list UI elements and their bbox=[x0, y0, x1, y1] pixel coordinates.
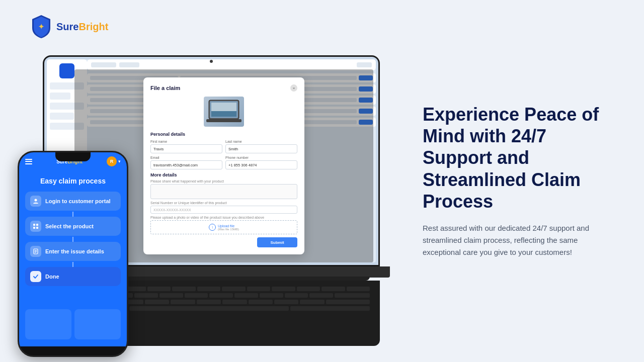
step-issue-details[interactable]: Enter the issue details bbox=[25, 242, 121, 261]
serial-input[interactable]: XXXXX-XXXXX-XXXXX bbox=[150, 206, 297, 214]
upload-subtext: (Max file 15MB) bbox=[218, 228, 239, 231]
phone-label: Phone number bbox=[225, 156, 297, 159]
svg-point-7 bbox=[35, 199, 37, 202]
phone-input[interactable]: +1 855 306 4874 bbox=[225, 160, 297, 169]
upload-cta: Upload file bbox=[218, 224, 239, 228]
svg-rect-4 bbox=[211, 111, 236, 117]
submit-button[interactable]: Submit bbox=[257, 237, 297, 247]
right-section: Experience Peace of Mind with 24/7 Suppo… bbox=[423, 104, 614, 258]
upload-label: Please upload a photo or video of the pr… bbox=[150, 216, 297, 219]
step-connector-2 bbox=[72, 237, 73, 242]
step-login-label: Login to customer portal bbox=[45, 198, 111, 204]
devices-section: File a claim × bbox=[0, 0, 382, 362]
last-name-input[interactable]: Smith bbox=[225, 144, 297, 153]
first-name-input[interactable]: Travis bbox=[150, 144, 222, 153]
phone-bottom-cards bbox=[19, 306, 127, 346]
step-done-icon bbox=[30, 271, 41, 282]
modal-title: File a claim bbox=[150, 85, 180, 91]
phone: SureBright R ▾ Easy claim process Login … bbox=[18, 151, 128, 357]
step-select-product-icon bbox=[30, 221, 41, 232]
product-image bbox=[204, 97, 244, 127]
svg-rect-11 bbox=[36, 227, 38, 229]
serial-label: Serial Number or Unique Identifier of th… bbox=[150, 201, 297, 205]
chevron-down-icon: ▾ bbox=[118, 159, 121, 164]
phone-screen: SureBright R ▾ Easy claim process Login … bbox=[19, 151, 127, 346]
step-login[interactable]: Login to customer portal bbox=[25, 192, 121, 211]
main-heading: Experience Peace of Mind with 24/7 Suppo… bbox=[423, 104, 614, 212]
hamburger-icon[interactable] bbox=[25, 159, 32, 164]
step-issue-details-label: Enter the issue details bbox=[45, 248, 104, 254]
step-select-product[interactable]: Select the product bbox=[25, 217, 121, 236]
name-row: First name Travis Last name Smith bbox=[150, 140, 297, 153]
upload-icon: ↑ bbox=[209, 224, 216, 231]
phone-avatar[interactable]: R bbox=[107, 156, 117, 166]
personal-details-title: Personal details bbox=[150, 132, 297, 137]
modal-header: File a claim × bbox=[150, 84, 297, 92]
step-connector-3 bbox=[72, 262, 73, 267]
modal-close-button[interactable]: × bbox=[290, 84, 297, 92]
phone-body: SureBright R ▾ Easy claim process Login … bbox=[18, 151, 128, 357]
email-label: Email bbox=[150, 156, 222, 159]
phone-section-title: Easy claim process bbox=[19, 172, 127, 192]
description-textarea[interactable] bbox=[150, 184, 297, 199]
description-label: Please share what happened with your pro… bbox=[150, 179, 297, 183]
step-connector-1 bbox=[72, 212, 73, 217]
svg-rect-5 bbox=[211, 103, 236, 111]
svg-rect-9 bbox=[36, 224, 38, 226]
step-done[interactable]: Done bbox=[25, 267, 121, 286]
contact-row: Email travissmith.453@mail.com Phone num… bbox=[150, 156, 297, 169]
step-login-icon bbox=[30, 196, 41, 207]
file-claim-modal: File a claim × bbox=[143, 77, 304, 254]
upload-area[interactable]: ↑ Upload file (Max file 15MB) bbox=[150, 220, 297, 234]
step-done-label: Done bbox=[45, 274, 59, 280]
svg-rect-10 bbox=[33, 227, 35, 229]
svg-rect-6 bbox=[206, 119, 242, 122]
main-body-text: Rest assured with our dedicated 24/7 sup… bbox=[423, 222, 614, 258]
email-input[interactable]: travissmith.453@mail.com bbox=[150, 160, 222, 169]
more-details-title: More details bbox=[150, 172, 297, 177]
step-select-product-label: Select the product bbox=[45, 223, 94, 229]
last-name-label: Last name bbox=[225, 140, 297, 143]
step-issue-details-icon bbox=[30, 246, 41, 257]
svg-rect-8 bbox=[33, 224, 35, 226]
first-name-label: First name bbox=[150, 140, 222, 143]
